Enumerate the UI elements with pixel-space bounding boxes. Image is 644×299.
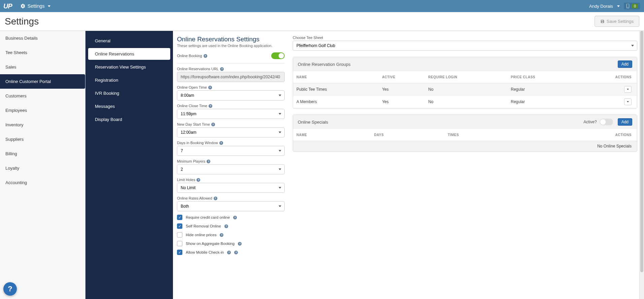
help-icon[interactable]: ? bbox=[196, 178, 200, 182]
close-time-select[interactable] bbox=[177, 109, 285, 119]
th-requirelogin: REQUIRE LOGIN bbox=[425, 71, 507, 83]
tee-sheet-select-wrapper: Choose Tee Sheet bbox=[293, 36, 637, 51]
subsidebar-item-display-board[interactable]: Display Board bbox=[88, 114, 170, 125]
help-icon[interactable]: ? bbox=[207, 160, 210, 163]
gear-icon bbox=[20, 3, 26, 9]
url-label: Online Reservations URL? bbox=[177, 67, 285, 71]
checkbox-self-removal[interactable]: Self Removal Online ? bbox=[177, 223, 285, 229]
save-button-label: Save Settings bbox=[607, 19, 634, 24]
subsidebar-item-general[interactable]: General bbox=[88, 35, 170, 47]
section-title: Online Reservations Settings bbox=[177, 36, 285, 43]
help-icon[interactable]: ? bbox=[227, 251, 231, 254]
checkbox-hide-prices[interactable]: Hide online prices ? bbox=[177, 232, 285, 238]
save-icon bbox=[600, 19, 605, 24]
svg-point-1 bbox=[628, 7, 628, 8]
user-menu[interactable]: Andy Dorais bbox=[589, 4, 620, 9]
reservation-groups-header: Online Reservation Groups Add bbox=[293, 57, 637, 71]
th-active: ACTIVE bbox=[379, 71, 425, 83]
tee-sheet-select[interactable] bbox=[293, 41, 637, 51]
top-menu-label: Settings bbox=[28, 3, 45, 9]
help-icon[interactable]: ? bbox=[219, 141, 223, 145]
help-icon[interactable]: ? bbox=[233, 216, 237, 219]
days-window-select[interactable] bbox=[177, 146, 285, 156]
checkbox-aggregate-booking[interactable]: Show on Aggregate Booking ? bbox=[177, 241, 285, 246]
groups-table: NAME ACTIVE REQUIRE LOGIN PRICE CLASS AC… bbox=[293, 71, 637, 108]
sidebar-item-loyalty[interactable]: Loyalty bbox=[0, 161, 85, 175]
th-actions: ACTIONS bbox=[525, 129, 637, 141]
sidebar-item-business-details[interactable]: Business Details bbox=[0, 31, 85, 45]
subsidebar-item-reservation-view-settings[interactable]: Reservation View Settings bbox=[88, 61, 170, 73]
add-group-button[interactable]: Add bbox=[618, 60, 632, 68]
sidebar-item-customers[interactable]: Customers bbox=[0, 89, 85, 103]
tee-sheet-label: Choose Tee Sheet bbox=[293, 36, 637, 40]
help-icon[interactable]: ? bbox=[234, 251, 238, 254]
open-time-label: Online Open Time? bbox=[177, 85, 285, 89]
row-action-button[interactable] bbox=[624, 98, 632, 105]
table-row: A Members Yes No Regular bbox=[293, 96, 637, 108]
th-name: NAME bbox=[293, 71, 379, 83]
checkbox-icon bbox=[177, 215, 182, 220]
specials-panel-title: Online Specials bbox=[298, 120, 328, 125]
device-count: 0 bbox=[632, 4, 638, 8]
limit-holes-select[interactable] bbox=[177, 183, 285, 193]
checkbox-require-cc[interactable]: Require credit card online ? bbox=[177, 215, 285, 220]
sidebar-item-sales[interactable]: Sales bbox=[0, 60, 85, 74]
content: Online Reservations Settings These setti… bbox=[173, 31, 644, 299]
sidebar-secondary: General Online Reservations Reservation … bbox=[85, 31, 173, 299]
checkbox-icon bbox=[177, 250, 182, 255]
subsidebar-item-messages[interactable]: Messages bbox=[88, 100, 170, 112]
main: Business Details Tee Sheets Sales Online… bbox=[0, 31, 644, 299]
sidebar-primary: Business Details Tee Sheets Sales Online… bbox=[0, 31, 85, 299]
rates-allowed-label: Online Rates Allowed? bbox=[177, 196, 285, 200]
checkbox-mobile-checkin[interactable]: Allow Mobile Check-in ? ? bbox=[177, 250, 285, 255]
online-booking-toggle[interactable] bbox=[271, 52, 285, 59]
days-window-label: Days in Booking Window? bbox=[177, 141, 285, 145]
help-icon[interactable]: ? bbox=[208, 86, 212, 89]
settings-form-column: Online Reservations Settings These setti… bbox=[177, 36, 285, 255]
subsidebar-item-online-reservations[interactable]: Online Reservations bbox=[88, 48, 170, 60]
open-time-select[interactable] bbox=[177, 90, 285, 100]
sidebar-item-inventory[interactable]: Inventory bbox=[0, 118, 85, 132]
help-bubble[interactable]: ? bbox=[3, 282, 17, 296]
table-row: Public Tee Times Yes No Regular bbox=[293, 83, 637, 96]
help-icon[interactable]: ? bbox=[224, 224, 228, 228]
save-settings-button[interactable]: Save Settings bbox=[595, 16, 639, 27]
phone-icon bbox=[626, 4, 630, 8]
help-icon[interactable]: ? bbox=[209, 104, 212, 108]
help-icon[interactable]: ? bbox=[214, 197, 217, 200]
sidebar-item-billing[interactable]: Billing bbox=[0, 146, 85, 161]
limit-holes-label: Limit Holes? bbox=[177, 178, 285, 182]
subsidebar-item-registration[interactable]: Registration bbox=[88, 74, 170, 86]
th-name: NAME bbox=[293, 129, 371, 141]
th-priceclass: PRICE CLASS bbox=[507, 71, 579, 83]
scrollbar[interactable] bbox=[639, 31, 644, 299]
help-icon[interactable]: ? bbox=[211, 123, 215, 126]
online-specials-header: Online Specials Active? Add bbox=[293, 115, 637, 129]
help-icon[interactable]: ? bbox=[238, 242, 242, 246]
url-input[interactable] bbox=[177, 72, 285, 82]
groups-panel-title: Online Reservation Groups bbox=[298, 62, 351, 67]
min-players-label: Minimum Players? bbox=[177, 159, 285, 163]
sidebar-item-online-customer-portal[interactable]: Online Customer Portal bbox=[0, 74, 85, 89]
subsidebar-item-ivr-booking[interactable]: IVR Booking bbox=[88, 87, 170, 99]
help-icon[interactable]: ? bbox=[220, 67, 224, 71]
rates-allowed-select[interactable] bbox=[177, 201, 285, 211]
online-specials-panel: Online Specials Active? Add NAME DAYS TI… bbox=[293, 115, 637, 152]
sidebar-item-employees[interactable]: Employees bbox=[0, 103, 85, 118]
empty-row: No Online Specials bbox=[293, 141, 637, 152]
sidebar-item-suppliers[interactable]: Suppliers bbox=[0, 132, 85, 146]
newday-start-select[interactable] bbox=[177, 127, 285, 137]
page-title: Settings bbox=[5, 16, 39, 27]
sidebar-item-accounting[interactable]: Accounting bbox=[0, 175, 85, 190]
min-players-select[interactable] bbox=[177, 164, 285, 174]
row-action-button[interactable] bbox=[624, 86, 632, 93]
section-subtitle: These settings are used in the Online Bo… bbox=[177, 44, 285, 48]
specials-active-toggle[interactable] bbox=[600, 119, 613, 125]
top-menu-settings[interactable]: Settings bbox=[20, 3, 51, 9]
add-special-button[interactable]: Add bbox=[618, 118, 632, 126]
topbar: UP Settings Andy Dorais 0 bbox=[0, 0, 644, 12]
device-indicator[interactable]: 0 bbox=[624, 3, 640, 9]
help-icon[interactable]: ? bbox=[220, 233, 223, 237]
help-icon[interactable]: ? bbox=[204, 54, 207, 58]
sidebar-item-tee-sheets[interactable]: Tee Sheets bbox=[0, 45, 85, 60]
